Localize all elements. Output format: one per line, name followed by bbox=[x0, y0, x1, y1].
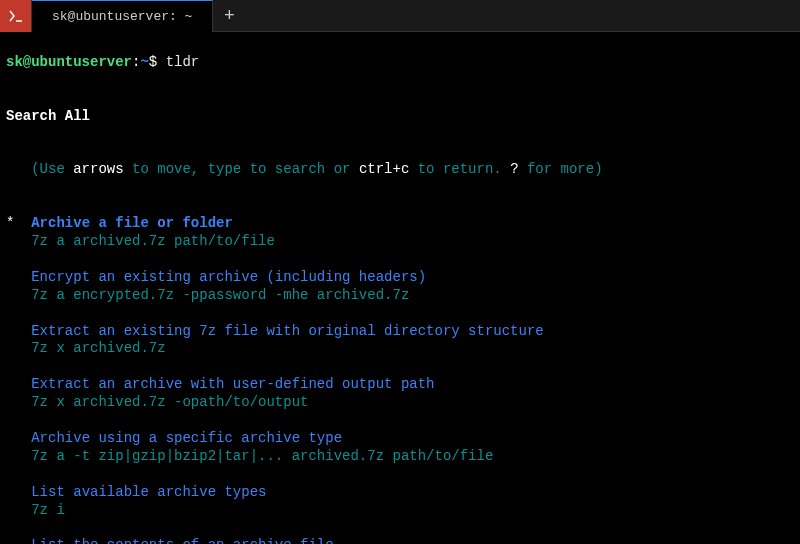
prompt-userhost: sk@ubuntuserver bbox=[6, 54, 132, 70]
list-item[interactable]: List available archive types 7z i bbox=[6, 484, 794, 520]
entry-command: 7z a encrypted.7z -ppassword -mhe archiv… bbox=[31, 287, 409, 303]
list-item[interactable]: Encrypt an existing archive (including h… bbox=[6, 269, 794, 305]
list-item[interactable]: * Archive a file or folder 7z a archived… bbox=[6, 215, 794, 251]
entry-command: 7z x archived.7z -opath/to/output bbox=[31, 394, 308, 410]
entries-list: * Archive a file or folder 7z a archived… bbox=[6, 215, 794, 544]
new-tab-button[interactable]: + bbox=[213, 0, 245, 32]
hint-line: (Use arrows to move, type to search or c… bbox=[6, 161, 603, 177]
list-item[interactable]: Extract an archive with user-defined out… bbox=[6, 376, 794, 412]
list-item[interactable]: List the contents of an archive file 7z … bbox=[6, 537, 794, 544]
entry-description: List available archive types bbox=[31, 484, 266, 500]
tab-title: sk@ubuntuserver: ~ bbox=[52, 9, 192, 24]
entry-description: Archive a file or folder bbox=[31, 215, 233, 231]
prompt-command: tldr bbox=[166, 54, 200, 70]
entry-description: Extract an archive with user-defined out… bbox=[31, 376, 434, 392]
list-item[interactable]: Archive using a specific archive type 7z… bbox=[6, 430, 794, 466]
selector-marker: * bbox=[6, 215, 31, 231]
search-header: Search All bbox=[6, 108, 90, 124]
terminal-content[interactable]: sk@ubuntuserver:~$ tldr Search All (Use … bbox=[0, 32, 800, 544]
entry-description: List the contents of an archive file bbox=[31, 537, 333, 544]
terminal-icon[interactable] bbox=[0, 0, 32, 32]
list-item[interactable]: Extract an existing 7z file with origina… bbox=[6, 323, 794, 359]
entry-description: Encrypt an existing archive (including h… bbox=[31, 269, 426, 285]
prompt-path: ~ bbox=[140, 54, 148, 70]
entry-command: 7z i bbox=[31, 502, 65, 518]
tab-bar: sk@ubuntuserver: ~ + bbox=[0, 0, 800, 32]
entry-description: Archive using a specific archive type bbox=[31, 430, 342, 446]
entry-description: Extract an existing 7z file with origina… bbox=[31, 323, 543, 339]
entry-command: 7z a -t zip|gzip|bzip2|tar|... archived.… bbox=[31, 448, 493, 464]
plus-icon: + bbox=[224, 6, 235, 26]
entry-command: 7z a archived.7z path/to/file bbox=[31, 233, 275, 249]
prompt-dollar: $ bbox=[149, 54, 157, 70]
entry-command: 7z x archived.7z bbox=[31, 340, 165, 356]
tab-active[interactable]: sk@ubuntuserver: ~ bbox=[32, 0, 213, 32]
